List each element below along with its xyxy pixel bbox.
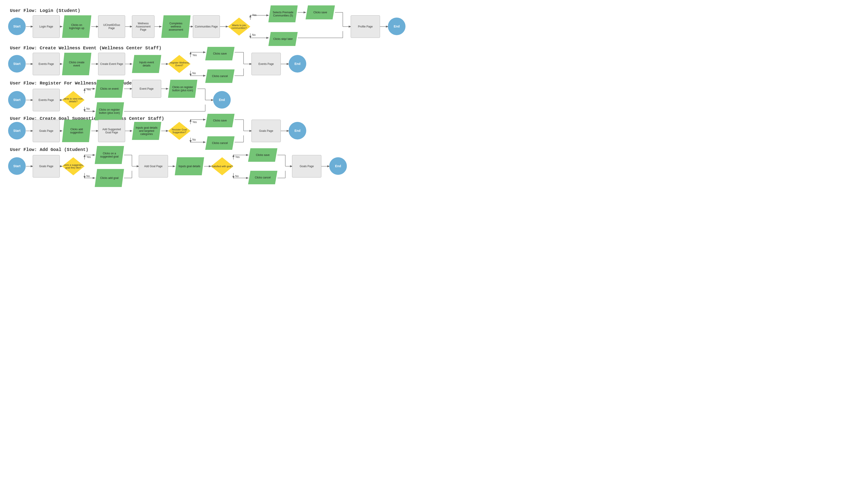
flow3-end: End	[213, 91, 231, 108]
flow2-events-page: Events Page	[33, 53, 60, 75]
flow5-satisfied: Satisfied with goal?	[211, 157, 233, 175]
flow5-inputs-goal-details: Inputs goal details	[175, 157, 204, 175]
flow5-sees-suggested: Sees a suggested goal they like?	[62, 157, 85, 175]
flow4-add-suggested-page: Add Suggested Goal Page	[98, 119, 125, 142]
flow5-end: End	[329, 157, 347, 175]
flow5-clicks-save: Clicks save	[248, 148, 277, 162]
flow5-clicks-cancel: Clicks cancel	[248, 171, 277, 184]
flow1-clicks-skip: Clicks skip/ later	[268, 32, 298, 46]
flow2-clicks-cancel: Clicks cancel	[205, 69, 234, 83]
flow4-goals-page2: Goals Page	[252, 119, 281, 142]
flow1-selects-premade: Selects Premade Communities (5)	[268, 5, 298, 22]
flow4-clicks-save: Clicks save	[205, 114, 234, 127]
flow5-yes-label: Yes	[86, 156, 91, 159]
flow1-yes-label: Yes	[252, 13, 257, 17]
flow2-no-label: No	[192, 72, 196, 75]
flow1-no-label: No	[252, 33, 256, 36]
flow5-no2-label: No	[235, 175, 238, 178]
flow2-events-page2: Events Page	[252, 53, 281, 75]
flow4-goals-page: Goals Page	[33, 119, 60, 142]
flow1-clicks-save: Clicks save	[306, 5, 335, 19]
flow5-clicks-add-goal: Clicks add goal	[95, 169, 124, 187]
flow3-clicks-register-top: Clicks on register button (plus icon)	[168, 80, 197, 98]
flow3-clicks-register-bottom: Clicks on register button (plus icon)	[95, 102, 124, 120]
flow1-clicks-login: Clicks on login/sign up	[62, 15, 91, 38]
flow2-create-event-page: Create Event Page	[98, 53, 125, 75]
flow2-clicks-save: Clicks save	[205, 47, 234, 60]
flow4-end: End	[289, 122, 306, 139]
flow1-completes-wellness: Completes wellness assessment	[161, 15, 191, 38]
flow2-start: Start	[8, 55, 26, 72]
flow5-add-goal-page: Add Goal Page	[139, 155, 168, 177]
flow3-yes-label: Yes	[86, 88, 91, 91]
flow1-login-page: Login Page	[33, 15, 60, 38]
flow1-wellness-page: Wellness Assessment Page	[132, 15, 155, 38]
flow2-end: End	[289, 55, 306, 72]
flow3-clicks-event: Clicks on event	[95, 80, 124, 98]
flow3-wants-view: Wants to view event details?	[62, 91, 85, 109]
flow4-clicks-cancel: Clicks cancel	[205, 136, 234, 150]
flow4-start: Start	[8, 122, 26, 139]
flow5-no-label: No	[86, 175, 90, 178]
flow2-title: User Flow: Create Wellness Event (Wellne…	[10, 46, 162, 51]
flow1-uci-page: UCInetID/Duo Page	[98, 15, 125, 38]
flow3-event-page: Event Page	[132, 80, 161, 98]
flow2-register-wellness: Register Wellness Event?	[168, 55, 191, 73]
flow5-title: User Flow: Add Goal (Student)	[10, 147, 88, 152]
flow2-inputs-event: Inputs event details	[132, 55, 161, 73]
flow3-events-page: Events Page	[33, 89, 60, 111]
flow3-no-label: No	[86, 107, 90, 111]
flow5-goals-page2: Goals Page	[292, 155, 321, 177]
flow-connectors	[0, 0, 866, 504]
flow1-wants-join: Wants to join communities?	[228, 18, 250, 36]
flow1-end: End	[388, 18, 406, 35]
flow1-title: User Flow: Login (Student)	[10, 8, 80, 13]
flow1-profile-page: Profile Page	[351, 15, 380, 38]
flow4-yes-label: Yes	[192, 121, 197, 124]
canvas: User Flow: Login (Student) User Flow: Cr…	[0, 0, 866, 504]
flow4-inputs-goal: Inputs goal details and targeted categor…	[132, 122, 161, 140]
flow4-clicks-add: Clicks add suggestion	[62, 119, 91, 142]
flow1-start: Start	[8, 18, 26, 35]
flow4-no-label: No	[192, 138, 196, 141]
flow5-goals-page: Goals Page	[33, 155, 60, 177]
flow2-clicks-create: Clicks create event	[62, 53, 91, 75]
flow2-yes-label: Yes	[192, 54, 197, 57]
flow4-register-goal: Resister Goal Suggestion?	[168, 122, 191, 140]
flow5-clicks-suggested: Clicks on a suggested goal	[95, 146, 124, 164]
flow3-start: Start	[8, 91, 26, 108]
flow5-yes2-label: Yes	[235, 156, 240, 159]
flow1-communities-page: Communities Page	[193, 15, 220, 38]
flow5-start: Start	[8, 157, 26, 175]
